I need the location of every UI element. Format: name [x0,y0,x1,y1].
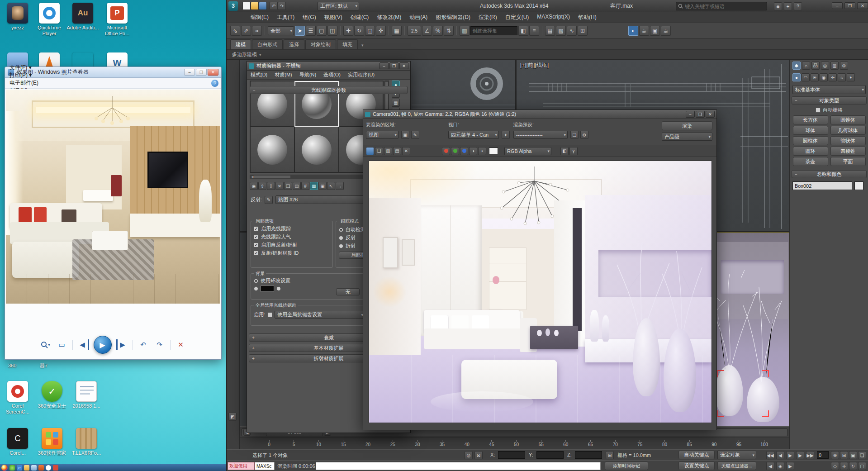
select-and-manipulate-icon[interactable]: ✜ [376,26,386,36]
help-icon[interactable]: ? [794,2,802,10]
menu-item[interactable]: 模式(D) [247,71,271,78]
desktop-icon-audition[interactable]: Au Adobe Auditi... [66,3,100,31]
object-name-field[interactable] [792,181,852,190]
utilities-tab-icon[interactable]: ⚙ [840,62,848,70]
select-object-icon[interactable]: ➤ [295,26,305,36]
object-class-dropdown[interactable]: 标准基本体 [792,85,866,94]
qq-icon[interactable] [46,465,51,471]
selection-set-filter[interactable]: 选定对象 [717,451,756,459]
background-icon[interactable]: ▦ [392,99,400,107]
minimize-button[interactable]: – [379,62,389,69]
grid-toggle-icon[interactable]: ⊞ [606,451,614,459]
show-end-result-icon[interactable]: ▣ [318,182,327,190]
maximize-button[interactable]: ❐ [696,111,705,118]
select-by-name-icon[interactable]: ☰ [306,26,316,36]
signin-user-icon[interactable]: ☻ [774,2,782,10]
primitive-button[interactable]: 几何球体 [830,126,866,135]
maximize-button[interactable]: ❐ [196,69,207,76]
menu-item[interactable]: 工具(T) [273,14,299,21]
zoom-extents-icon[interactable]: ▣ [849,451,857,459]
key-mode-icon[interactable]: ◈ [776,462,784,470]
zoom-extents-all-icon[interactable]: ❏ [858,451,866,459]
explorer-icon[interactable] [31,465,37,471]
motion-tab-icon[interactable]: ◎ [821,62,829,70]
menu-item[interactable]: 编辑(E) [247,14,273,21]
icon-label[interactable]: 器7 [40,363,62,369]
dock-strip-icon[interactable]: ◩ [228,413,237,421]
show-in-viewport-icon[interactable]: ▦ [310,182,318,190]
close-button[interactable]: ✕ [399,62,408,69]
space-warps-category-icon[interactable]: ≈ [838,73,846,81]
assign-to-selection-icon[interactable]: ⇩ [267,182,275,190]
slideshow-button[interactable]: ▶ [94,336,112,354]
monochrome-icon[interactable]: ▪ [478,147,486,155]
viewport-lock-icon[interactable]: ✦ [502,131,510,139]
gamma-icon[interactable]: γ [569,147,578,155]
angle-snap-icon[interactable]: ∠ [422,26,432,36]
minimize-button[interactable]: – [832,2,843,9]
render-button[interactable]: 渲染 [662,121,712,130]
tab-freeform[interactable]: 自由形式 [252,39,283,49]
next-key-icon[interactable]: ▶ [786,462,794,470]
menu-item[interactable]: 打印(P) ▾ [5,71,43,79]
maximize-viewport-icon[interactable]: ▢ [858,462,866,470]
current-frame-field[interactable] [817,451,829,459]
go-to-start-icon[interactable]: ◀◀ [766,451,774,459]
none-map-button[interactable]: 无 [336,288,360,295]
delete-button[interactable]: ✕ [175,339,187,350]
z-coordinate-field[interactable] [575,451,602,459]
put-to-scene-icon[interactable]: ⇧ [258,182,266,190]
blue-channel-icon[interactable] [460,147,468,155]
tab-selection[interactable]: 选择 [284,39,304,49]
clear-image-icon[interactable]: ✕ [402,147,410,155]
menu-item[interactable]: 文件(F) ▾ [5,64,43,71]
primitive-button[interactable]: 圆柱体 [793,136,828,145]
search-box[interactable] [676,2,767,10]
bind-to-space-warp-icon[interactable]: ≈ [252,26,262,36]
raytrace-option-row[interactable]: 反射/折射材质 ID [254,250,332,257]
play-animation-icon[interactable]: ▶ [786,451,794,459]
close-button[interactable]: ✕ [857,2,868,9]
raytrace-option-row[interactable]: 启用光线跟踪 [254,225,332,232]
select-and-move-icon[interactable]: ✚ [343,26,353,36]
maxscript-listener-pink[interactable]: 欢迎使用 [228,462,255,470]
edit-named-sets-icon[interactable]: ▥ [460,26,470,36]
keyboard-override-icon[interactable]: ▦ [392,26,402,36]
go-to-sibling-icon[interactable]: → [336,182,344,190]
lights-category-icon[interactable]: ☀ [811,73,819,81]
put-to-library-icon[interactable]: ▤ [293,182,301,190]
minimize-button[interactable]: – [686,111,695,118]
start-orb[interactable] [1,465,8,471]
print-image-icon[interactable]: ▤ [393,147,401,155]
maxscript-listener-white[interactable]: MAXSc [255,462,275,470]
render-window-titlebar[interactable]: Camera001, 帧 0, 显示 Gamma: 2.2, RGBA 颜色 1… [363,110,716,119]
systems-category-icon[interactable]: ✶ [847,73,855,81]
named-sets-combo[interactable] [470,26,517,35]
browser-360-icon[interactable] [9,465,15,471]
maxscript-mini-listener-input[interactable] [316,462,601,470]
polygon-modeling-panel[interactable]: 多边形建模 [232,51,257,58]
modify-tab-icon[interactable]: ∩ [802,62,810,70]
wps-taskbar-icon[interactable] [53,465,58,471]
primitive-button[interactable]: 圆环 [793,147,828,156]
zoom-viewport-icon[interactable]: ⊕ [831,451,839,459]
ie-icon[interactable]: e [17,465,22,471]
key-filters-button[interactable]: 关键点过滤器... [717,461,756,470]
desktop-icon-texture[interactable]: T.LLX6RFo... [70,428,103,456]
red-channel-icon[interactable] [442,147,450,155]
geometry-category-icon[interactable]: ● [792,73,801,81]
raytracer-params-rollout[interactable]: 光线跟踪器参数 [250,86,408,94]
primitive-button[interactable]: 管状体 [830,136,866,145]
tab-populate[interactable]: 填充 [337,39,358,49]
material-id-icon[interactable]: # [301,182,309,190]
raytrace-option-row[interactable]: 光线跟踪大气 [254,233,332,240]
menu-item[interactable]: 材质(M) [271,71,296,78]
layer-manager-icon[interactable]: ▤ [545,26,555,36]
unlink-selection-icon[interactable]: ⇗ [241,26,251,36]
align-icon[interactable]: ≡ [529,26,539,36]
desktop-icon-quicktime[interactable]: QuickTime Player [33,3,66,36]
save-image-icon[interactable] [366,147,374,155]
object-color-swatch[interactable] [854,181,863,190]
clone-window-icon[interactable]: ❏ [375,147,383,155]
name-color-rollout[interactable]: 名称和颜色 [792,170,867,178]
